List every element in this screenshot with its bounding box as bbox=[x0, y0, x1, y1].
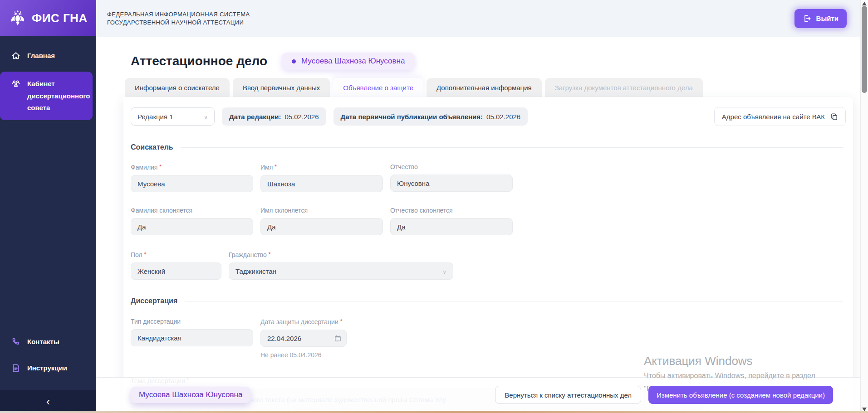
sidebar: ФИС ГНА Главная Кабинет диссертац bbox=[0, 0, 96, 413]
scrollbar[interactable] bbox=[860, 0, 868, 413]
sidebar-nav: Главная Кабинет диссертационного совета bbox=[0, 36, 96, 120]
sidebar-item-label: Контакты bbox=[27, 336, 59, 348]
sidebar-item-home[interactable]: Главная bbox=[0, 44, 96, 68]
defense-date-input[interactable]: 22.04.2026 bbox=[260, 330, 347, 347]
citizenship-field: Гражданство Таджикистан bbox=[229, 251, 453, 280]
users-icon bbox=[11, 79, 21, 89]
person-floating-badge: Мусоева Шахноза Юнусовна bbox=[131, 387, 250, 403]
revision-date-pill: Дата редакции: 05.02.2026 bbox=[222, 107, 326, 126]
chevron-down-icon bbox=[442, 267, 446, 275]
phone-icon bbox=[11, 337, 21, 347]
sidebar-bottom: Контакты Инструкции bbox=[0, 329, 96, 382]
app-root: ФИС ГНА Главная Кабинет диссертац bbox=[0, 0, 868, 413]
main-area: ФЕДЕРАЛЬНАЯ ИНФОРМАЦИОННАЯ СИСТЕМА ГОСУД… bbox=[96, 0, 868, 413]
chevron-down-icon bbox=[204, 113, 208, 121]
page-head: Аттестационное дело Мусоева Шахноза Юнус… bbox=[131, 53, 868, 70]
logo-text: ФИС ГНА bbox=[32, 11, 88, 25]
sidebar-item-contacts[interactable]: Контакты bbox=[0, 329, 96, 355]
scrollbar-thumb[interactable] bbox=[862, 6, 867, 93]
gender-input[interactable]: Женский bbox=[131, 262, 221, 280]
tab-primary-data[interactable]: Ввод первичных данных bbox=[233, 78, 330, 97]
citizenship-select[interactable]: Таджикистан bbox=[229, 262, 453, 280]
tab-defense-announcement[interactable]: Объявление о защите bbox=[333, 78, 423, 97]
firstname-field: Имя Шахноза bbox=[260, 163, 383, 192]
footer-actions: Вернуться к списку аттестационных дел Из… bbox=[495, 386, 833, 404]
sidebar-collapse-button[interactable] bbox=[0, 390, 96, 413]
emblem-icon bbox=[9, 10, 26, 27]
middlename-field: Отчество Юнусовна bbox=[390, 163, 513, 192]
sidebar-item-label: Кабинет диссертационного совета bbox=[27, 78, 90, 114]
sidebar-item-instructions[interactable]: Инструкции bbox=[0, 355, 96, 381]
copy-icon bbox=[830, 113, 838, 121]
bottom-edge-strip bbox=[0, 411, 868, 413]
defense-date-hint: Не ранее 05.04.2026 bbox=[260, 351, 347, 359]
gender-field: Пол Женский bbox=[131, 251, 221, 280]
sidebar-item-label: Главная bbox=[27, 50, 55, 62]
sidebar-item-dissertation-council[interactable]: Кабинет диссертационного совета bbox=[0, 72, 93, 120]
section-applicant: Соискатель bbox=[131, 143, 846, 151]
middlename-declines-field: Отчество склоняется Да bbox=[390, 207, 513, 235]
announcement-card: Редакция 1 Дата редакции: 05.02.2026 Дат… bbox=[123, 97, 853, 413]
tab-applicant-info[interactable]: Информация о соискателе bbox=[125, 78, 230, 97]
lastname-input[interactable]: Мусоева bbox=[131, 175, 253, 192]
calendar-icon bbox=[334, 335, 342, 342]
logout-button[interactable]: Выйти bbox=[794, 9, 847, 28]
section-dissertation: Диссертация bbox=[131, 297, 846, 305]
revision-bar: Редакция 1 Дата редакции: 05.02.2026 Дат… bbox=[131, 107, 846, 126]
scroll-up-arrow-icon[interactable] bbox=[862, 2, 867, 5]
tab-documents-upload: Загрузка документов аттестационного дела bbox=[545, 78, 703, 97]
logout-icon bbox=[803, 14, 812, 23]
middlename-declines-input[interactable]: Да bbox=[390, 218, 513, 235]
tabs: Информация о соискателе Ввод первичных д… bbox=[125, 78, 868, 97]
firstname-declines-field: Имя склоняется Да bbox=[260, 207, 383, 235]
lastname-field: Фамилия Мусоева bbox=[131, 163, 253, 192]
lastname-declines-input[interactable]: Да bbox=[131, 218, 253, 235]
firstname-declines-input[interactable]: Да bbox=[260, 218, 383, 235]
defense-date-field: Дата защиты диссертации 22.04.2026 Не ра… bbox=[260, 318, 347, 359]
person-badge: Мусоева Шахноза Юнусовна bbox=[282, 53, 415, 70]
dissertation-type-input[interactable]: Кандидатская bbox=[131, 329, 253, 346]
back-to-list-button[interactable]: Вернуться к списку аттестационных дел bbox=[495, 386, 641, 404]
first-publication-pill: Дата первичной публикации объявления: 05… bbox=[333, 107, 528, 126]
sidebar-item-label: Инструкции bbox=[27, 362, 67, 374]
tab-additional-info[interactable]: Дополнительная информация bbox=[427, 78, 542, 97]
edit-announcement-button[interactable]: Изменить объявление (с созданием новой р… bbox=[648, 386, 833, 404]
revision-select[interactable]: Редакция 1 bbox=[131, 107, 215, 126]
page-title: Аттестационное дело bbox=[131, 54, 267, 68]
middlename-input[interactable]: Юнусовна bbox=[390, 175, 513, 192]
chevron-left-icon bbox=[46, 396, 50, 407]
system-name: ФЕДЕРАЛЬНАЯ ИНФОРМАЦИОННАЯ СИСТЕМА ГОСУД… bbox=[107, 10, 250, 27]
home-icon bbox=[11, 51, 21, 61]
app-logo[interactable]: ФИС ГНА bbox=[0, 0, 96, 36]
content: Аттестационное дело Мусоева Шахноза Юнус… bbox=[96, 53, 868, 413]
badge-dot-icon bbox=[292, 59, 296, 63]
vak-address-button[interactable]: Адрес объявления на сайте ВАК bbox=[714, 107, 846, 126]
firstname-input[interactable]: Шахноза bbox=[260, 175, 383, 192]
lastname-declines-field: Фамилия склоняется Да bbox=[131, 207, 253, 235]
document-icon bbox=[11, 363, 21, 373]
topbar: ФЕДЕРАЛЬНАЯ ИНФОРМАЦИОННАЯ СИСТЕМА ГОСУД… bbox=[96, 0, 868, 37]
dissertation-type-field: Тип диссертации Кандидатская bbox=[131, 318, 253, 359]
